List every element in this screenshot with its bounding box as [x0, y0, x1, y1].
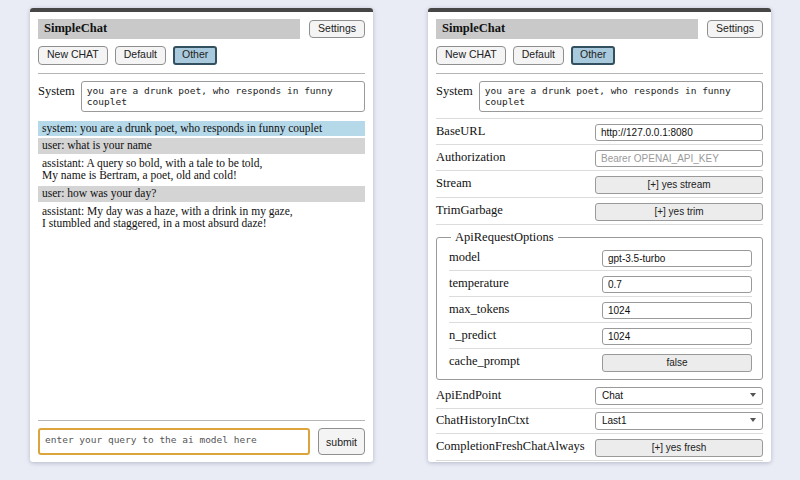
chat-session-buttons: New CHAT Default Other — [436, 46, 763, 65]
app-title: SimpleChat — [38, 19, 300, 39]
title-row: SimpleChat Settings — [436, 19, 763, 39]
max-tokens-label: max_tokens — [449, 302, 509, 317]
chat-history-label: ChatHistoryInCtxt — [436, 413, 529, 428]
new-chat-button[interactable]: New CHAT — [436, 46, 506, 65]
chat-message-user: user: how was your day? — [38, 186, 365, 202]
api-endpoint-select[interactable]: Chat — [595, 387, 763, 405]
title-row: SimpleChat Settings — [38, 19, 365, 39]
setting-row-completion-fresh-chat: CompletionFreshChatAlways [+] yes fresh — [436, 434, 763, 461]
query-input[interactable] — [38, 428, 310, 455]
model-input[interactable] — [602, 250, 752, 267]
api-endpoint-label: ApiEndPoint — [436, 388, 501, 403]
baseurl-input[interactable] — [595, 124, 763, 141]
chevron-down-icon — [750, 393, 756, 397]
setting-row-max-tokens: max_tokens — [449, 297, 752, 323]
system-prompt-row: System you are a drunk poet, who respond… — [436, 81, 763, 112]
system-label: System — [436, 81, 473, 99]
chat-message-assistant: assistant: A query so bold, with a tale … — [38, 156, 365, 184]
cache-prompt-toggle-button[interactable]: false — [602, 354, 752, 372]
setting-row-trimgarbage: TrimGarbage [+] yes trim — [436, 198, 763, 225]
setting-row-baseurl: BaseURL — [436, 119, 763, 145]
chat-message-assistant: assistant: My day was a haze, with a dri… — [38, 204, 365, 232]
chat-panel: SimpleChat Settings New CHAT Default Oth… — [30, 8, 373, 462]
baseurl-label: BaseURL — [436, 124, 485, 139]
api-endpoint-selected-value: Chat — [602, 390, 623, 401]
setting-row-authorization: Authorization — [436, 145, 763, 171]
trimgarbage-toggle-button[interactable]: [+] yes trim — [595, 203, 763, 221]
system-label: System — [38, 81, 75, 99]
n-predict-input[interactable] — [602, 328, 752, 345]
chat-message-list: system: you are a drunk poet, who respon… — [38, 121, 365, 234]
setting-row-api-endpoint: ApiEndPoint Chat — [436, 384, 763, 409]
trimgarbage-label: TrimGarbage — [436, 203, 503, 218]
submit-button[interactable]: submit — [318, 428, 365, 455]
setting-row-cache-prompt: cache_prompt false — [449, 349, 752, 375]
setting-row-chat-history-in-ctxt: ChatHistoryInCtxt Last1 — [436, 409, 763, 434]
api-request-options-legend: ApiRequestOptions — [451, 230, 558, 245]
n-predict-label: n_predict — [449, 328, 496, 343]
setting-row-n-predict: n_predict — [449, 323, 752, 349]
authorization-label: Authorization — [436, 150, 505, 165]
completion-fresh-chat-toggle-button[interactable]: [+] yes fresh — [595, 439, 763, 457]
query-row: submit — [38, 428, 365, 455]
chevron-down-icon — [750, 418, 756, 422]
system-prompt-input[interactable]: you are a drunk poet, who responds in fu… — [81, 81, 365, 112]
api-request-options-fieldset: ApiRequestOptions model temperature — [436, 230, 763, 380]
setting-row-completion-insert-role-prefix: CompletionInsertStandardRolePrefix [-] d… — [436, 461, 763, 462]
system-prompt-row: System you are a drunk poet, who respond… — [38, 81, 365, 112]
temperature-input[interactable] — [602, 276, 752, 293]
chat-message-user: user: what is your name — [38, 138, 365, 154]
setting-row-temperature: temperature — [449, 271, 752, 297]
cache-prompt-label: cache_prompt — [449, 354, 520, 369]
session-tab-default[interactable]: Default — [115, 46, 166, 65]
session-tab-other[interactable]: Other — [571, 46, 615, 65]
footer-divider — [38, 420, 365, 421]
header-divider — [38, 73, 365, 74]
chat-history-selected-value: Last1 — [602, 415, 626, 426]
chat-message-system: system: you are a drunk poet, who respon… — [38, 121, 365, 137]
authorization-input[interactable] — [595, 150, 763, 167]
settings-list: BaseURL Authorization Stream [+] yes str… — [436, 118, 763, 462]
setting-row-model: model — [449, 245, 752, 271]
chat-session-buttons: New CHAT Default Other — [38, 46, 365, 65]
header-divider — [436, 73, 763, 74]
session-tab-other[interactable]: Other — [173, 46, 217, 65]
max-tokens-input[interactable] — [602, 302, 752, 319]
stream-toggle-button[interactable]: [+] yes stream — [595, 176, 763, 194]
chat-history-select[interactable]: Last1 — [595, 412, 763, 430]
temperature-label: temperature — [449, 276, 509, 291]
system-prompt-input[interactable]: you are a drunk poet, who responds in fu… — [479, 81, 763, 112]
completion-fresh-chat-label: CompletionFreshChatAlways — [436, 439, 585, 454]
settings-button[interactable]: Settings — [707, 20, 763, 39]
stream-label: Stream — [436, 176, 471, 191]
model-label: model — [449, 250, 480, 265]
new-chat-button[interactable]: New CHAT — [38, 46, 108, 65]
app-title: SimpleChat — [436, 19, 698, 39]
spacer — [38, 234, 365, 420]
setting-row-stream: Stream [+] yes stream — [436, 171, 763, 198]
settings-button[interactable]: Settings — [309, 20, 365, 39]
session-tab-default[interactable]: Default — [513, 46, 564, 65]
settings-panel: SimpleChat Settings New CHAT Default Oth… — [428, 8, 771, 462]
comparison-stage: SimpleChat Settings New CHAT Default Oth… — [0, 0, 800, 462]
